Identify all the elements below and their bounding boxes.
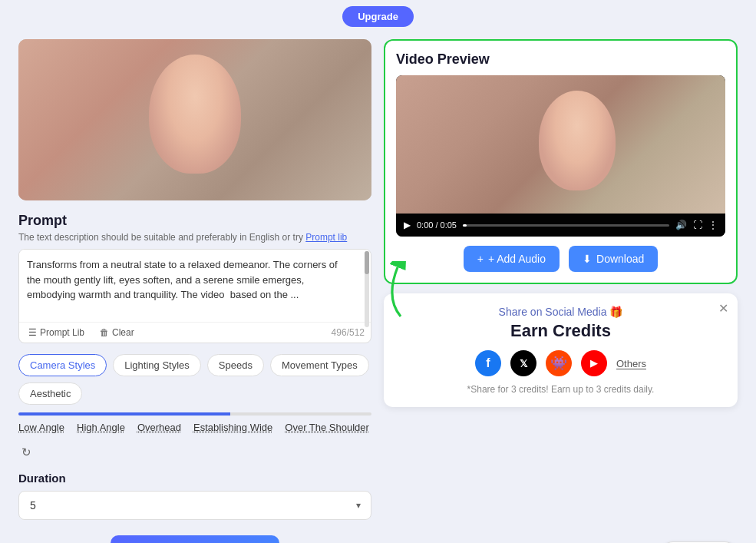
prompt-section: Prompt The text description should be su… — [18, 213, 371, 343]
download-icon: ⬇ — [583, 253, 592, 265]
right-panel: Video Preview ▶ 0:00 / 0:05 🔊 ⛶ ⋮ + — [384, 39, 738, 543]
clear-button[interactable]: 🗑 Clear — [97, 326, 137, 339]
tab-speeds[interactable]: Speeds — [207, 354, 264, 376]
textarea-footer: ☰ Prompt Lib 🗑 Clear 496/512 — [19, 322, 371, 343]
top-bar: Upgrade — [0, 0, 756, 27]
textarea-footer-left: ☰ Prompt Lib 🗑 Clear — [25, 326, 137, 339]
main-container: Prompt The text description should be su… — [0, 27, 756, 543]
prompt-textarea-container: Transforms from a neutral state to a rel… — [18, 249, 371, 343]
fullscreen-icon[interactable]: ⛶ — [693, 220, 702, 230]
share-main-title: Earn Credits — [399, 321, 722, 341]
progress-fill — [463, 224, 467, 227]
play-button[interactable]: ▶ — [404, 220, 411, 230]
youtube-share-button[interactable]: ▶ — [581, 350, 607, 376]
angle-options: Low Angle High Angle Overhead Establishi… — [18, 422, 371, 459]
clear-icon: 🗑 — [100, 327, 109, 338]
video-preview-title: Video Preview — [396, 51, 725, 68]
duration-section: Duration 3 5 8 10 ▾ — [18, 472, 371, 520]
tab-movement-types[interactable]: Movement Types — [270, 354, 369, 376]
prompt-textarea[interactable]: Transforms from a neutral state to a rel… — [19, 250, 371, 319]
duration-select-wrapper: 3 5 8 10 ▾ — [18, 491, 371, 520]
share-subtitle: *Share for 3 credits! Earn up to 3 credi… — [399, 384, 722, 395]
progress-bar[interactable] — [463, 224, 669, 227]
others-share-button[interactable]: Others — [616, 358, 646, 369]
video-thumbnail — [396, 75, 725, 214]
x-share-button[interactable]: 𝕏 — [510, 350, 536, 376]
reddit-share-button[interactable]: 👾 — [546, 350, 572, 376]
prompt-lib-button[interactable]: ☰ Prompt Lib — [25, 326, 87, 339]
left-panel: Prompt The text description should be su… — [18, 39, 371, 543]
angle-establishing[interactable]: Establishing Wide — [193, 422, 272, 433]
image-preview — [18, 39, 371, 200]
refresh-angles-button[interactable]: ↻ — [21, 445, 31, 459]
angle-shoulder[interactable]: Over The Shoulder — [285, 422, 369, 433]
tab-camera-styles[interactable]: Camera Styles — [18, 354, 107, 376]
prompt-lib-link[interactable]: Prompt lib — [305, 232, 347, 243]
prompt-title: Prompt — [18, 213, 371, 229]
angle-high[interactable]: High Angle — [77, 422, 125, 433]
style-tabs: Camera Styles Lighting Styles Speeds Mov… — [18, 354, 371, 405]
video-player: ▶ 0:00 / 0:05 🔊 ⛶ ⋮ — [396, 75, 725, 237]
promptlib-icon: ☰ — [28, 327, 37, 338]
generate-video-button[interactable]: Generate Video — [111, 535, 279, 543]
duration-select[interactable]: 3 5 8 10 — [18, 491, 371, 520]
more-options-icon[interactable]: ⋮ — [708, 220, 718, 230]
video-action-buttons: + + Add Audio ⬇ Download — [396, 246, 725, 272]
person-image — [18, 39, 371, 200]
upgrade-button[interactable]: Upgrade — [342, 6, 414, 27]
angle-overhead[interactable]: Overhead — [137, 422, 181, 433]
volume-icon[interactable]: 🔊 — [675, 220, 687, 230]
share-top-title: Share on Social Media 🎁 — [399, 306, 722, 318]
textarea-scrollbar[interactable] — [365, 251, 369, 327]
duration-label: Duration — [18, 472, 371, 485]
facebook-share-button[interactable]: f — [475, 350, 501, 376]
textarea-scrollbar-thumb — [365, 251, 369, 274]
prompt-hint: The text description should be suitable … — [18, 232, 371, 243]
add-audio-button[interactable]: + + Add Audio — [464, 246, 560, 272]
plus-icon: + — [477, 253, 484, 265]
time-display: 0:00 / 0:05 — [417, 220, 457, 230]
angle-low[interactable]: Low Angle — [18, 422, 64, 433]
download-button[interactable]: ⬇ Download — [569, 246, 658, 272]
angle-slider-container: Low Angle High Angle Overhead Establishi… — [18, 412, 371, 459]
share-card: ✕ Share on Social Media 🎁 Earn Credits f… — [384, 293, 738, 407]
video-preview-card: Video Preview ▶ 0:00 / 0:05 🔊 ⛶ ⋮ + — [384, 39, 738, 284]
char-count: 496/512 — [332, 327, 365, 338]
close-button[interactable]: ✕ — [718, 301, 728, 316]
angle-track — [18, 412, 371, 416]
tab-aesthetic[interactable]: Aesthetic — [18, 382, 82, 405]
tab-lighting-styles[interactable]: Lighting Styles — [113, 354, 201, 376]
video-controls: ▶ 0:00 / 0:05 🔊 ⛶ ⋮ — [396, 214, 725, 237]
share-social-row: f 𝕏 👾 ▶ Others — [399, 350, 722, 376]
